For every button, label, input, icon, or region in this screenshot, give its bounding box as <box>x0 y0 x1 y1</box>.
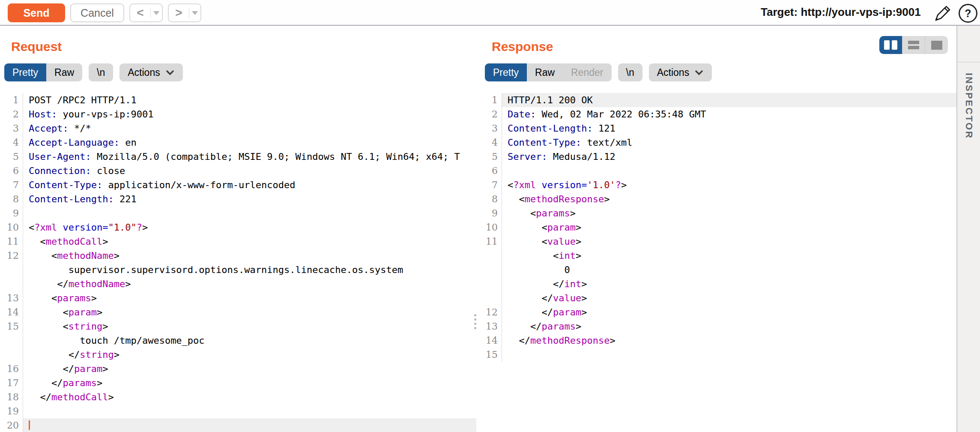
code-text[interactable]: </int> <box>502 277 956 291</box>
code-text[interactable]: Host: your-vps-ip:9001 <box>23 107 476 121</box>
code-line[interactable]: touch /tmp/awesome_poc <box>0 333 476 348</box>
code-text[interactable]: <param> <box>23 305 476 319</box>
code-text[interactable]: </value> <box>502 291 956 305</box>
code-line[interactable]: 13 </params> <box>481 319 956 333</box>
code-line[interactable]: 4Content-Type: text/xml <box>481 135 956 150</box>
code-text[interactable] <box>23 206 476 220</box>
code-line[interactable]: 12 </param> <box>481 305 956 319</box>
code-text[interactable]: </string> <box>23 348 476 362</box>
code-text[interactable]: <methodName> <box>23 249 476 263</box>
code-line[interactable]: 0 <box>481 263 956 277</box>
code-line[interactable]: 8Content-Length: 221 <box>0 192 476 206</box>
chevron-left-icon[interactable]: < <box>130 4 150 21</box>
tab-pretty[interactable]: Pretty <box>4 63 46 81</box>
code-text[interactable]: User-Agent: Mozilla/5.0 (compatible; MSI… <box>23 150 476 164</box>
code-line[interactable]: 7<?xml version='1.0'?> <box>481 178 956 192</box>
code-text[interactable]: Content-Length: 121 <box>502 121 956 135</box>
cancel-button[interactable]: Cancel <box>70 3 124 22</box>
send-button[interactable]: Send <box>8 3 65 22</box>
code-text[interactable] <box>502 348 956 362</box>
code-line[interactable]: 14 <param> <box>0 305 476 319</box>
code-line[interactable]: 6Connection: close <box>0 164 476 178</box>
help-icon[interactable]: ? <box>959 4 977 23</box>
code-text[interactable] <box>23 404 476 418</box>
history-forward-dropdown[interactable] <box>189 11 200 15</box>
code-line[interactable]: 15 <box>481 348 956 362</box>
code-line[interactable]: 16 </param> <box>0 362 476 376</box>
code-text[interactable]: Date: Wed, 02 Mar 2022 06:35:48 GMT <box>502 107 956 121</box>
tab-newline[interactable]: \n <box>89 63 113 81</box>
code-text[interactable]: <params> <box>23 291 476 305</box>
code-text[interactable]: </methodCall> <box>23 390 476 404</box>
actions-dropdown[interactable]: Actions <box>649 63 712 81</box>
code-text[interactable]: <int> <box>502 249 956 263</box>
tab-pretty[interactable]: Pretty <box>485 63 527 81</box>
two-rows-icon[interactable] <box>902 36 925 54</box>
code-line[interactable]: 1HTTP/1.1 200 OK <box>481 93 956 107</box>
code-line[interactable]: 3Content-Length: 121 <box>481 121 956 135</box>
request-editor[interactable]: 1POST /RPC2 HTTP/1.12Host: your-vps-ip:9… <box>0 93 476 432</box>
history-back-dropdown[interactable] <box>151 11 162 15</box>
code-text[interactable]: <param> <box>502 220 956 234</box>
code-line[interactable]: 3Accept: */* <box>0 121 476 135</box>
actions-dropdown[interactable]: Actions <box>120 63 182 81</box>
code-line[interactable]: 12 <methodName> <box>0 249 476 263</box>
code-line[interactable]: </string> <box>0 348 476 362</box>
code-text[interactable]: </methodName> <box>23 277 476 291</box>
code-text[interactable]: HTTP/1.1 200 OK <box>502 93 956 107</box>
code-line[interactable]: 13 <params> <box>0 291 476 305</box>
code-text[interactable] <box>502 164 956 178</box>
tab-newline[interactable]: \n <box>618 63 642 81</box>
code-line[interactable]: </value> <box>481 291 956 305</box>
code-line[interactable]: 11 <value> <box>481 234 956 249</box>
code-line[interactable]: 20 <box>0 418 476 432</box>
code-line[interactable]: 5Server: Medusa/1.12 <box>481 150 956 164</box>
code-text[interactable]: Connection: close <box>23 164 476 178</box>
code-text[interactable]: <params> <box>502 206 956 220</box>
code-text[interactable]: touch /tmp/awesome_poc <box>23 333 476 348</box>
code-line[interactable]: 17 </params> <box>0 376 476 390</box>
code-line[interactable]: 9 <params> <box>481 206 956 220</box>
code-text[interactable]: supervisor.supervisord.options.warnings.… <box>23 263 476 277</box>
chevron-right-icon[interactable]: > <box>169 4 189 21</box>
code-line[interactable]: 4Accept-Language: en <box>0 135 476 150</box>
code-line[interactable]: 8 <methodResponse> <box>481 192 956 206</box>
code-line[interactable]: 6 <box>481 164 956 178</box>
code-text[interactable]: <methodResponse> <box>502 192 956 206</box>
code-line[interactable]: 15 <string> <box>0 319 476 333</box>
tab-raw[interactable]: Raw <box>527 63 563 81</box>
code-text[interactable]: <methodCall> <box>23 234 476 249</box>
code-line[interactable]: 14 </methodResponse> <box>481 333 956 348</box>
code-text[interactable]: <?xml version='1.0'?> <box>502 178 956 192</box>
code-line[interactable]: 5User-Agent: Mozilla/5.0 (compatible; MS… <box>0 150 476 164</box>
tab-raw[interactable]: Raw <box>46 63 82 81</box>
code-line[interactable]: </methodName> <box>0 277 476 291</box>
code-text[interactable]: <string> <box>23 319 476 333</box>
inspector-collapse-button[interactable] <box>957 26 980 63</box>
code-text[interactable]: </param> <box>502 305 956 319</box>
code-text[interactable] <box>23 418 476 432</box>
code-line[interactable]: 19 <box>0 404 476 418</box>
code-line[interactable]: 2Host: your-vps-ip:9001 <box>0 107 476 121</box>
code-text[interactable]: Content-Length: 221 <box>23 192 476 206</box>
response-editor[interactable]: 1HTTP/1.1 200 OK2Date: Wed, 02 Mar 2022 … <box>481 93 956 362</box>
code-line[interactable]: </int> <box>481 277 956 291</box>
code-line[interactable]: 10 <param> <box>481 220 956 234</box>
code-text[interactable]: </params> <box>502 319 956 333</box>
code-line[interactable]: supervisor.supervisord.options.warnings.… <box>0 263 476 277</box>
code-line[interactable]: 18 </methodCall> <box>0 390 476 404</box>
panel-splitter-handle[interactable] <box>474 314 476 329</box>
code-text[interactable]: <value> <box>502 234 956 249</box>
code-line[interactable]: 1POST /RPC2 HTTP/1.1 <box>0 93 476 107</box>
code-text[interactable]: 0 <box>502 263 956 277</box>
code-text[interactable]: </params> <box>23 376 476 390</box>
pencil-icon[interactable] <box>933 3 953 23</box>
code-line[interactable]: 2Date: Wed, 02 Mar 2022 06:35:48 GMT <box>481 107 956 121</box>
code-text[interactable]: <?xml version="1.0"?> <box>23 220 476 234</box>
history-forward-group[interactable]: > <box>168 3 201 22</box>
code-text[interactable]: Server: Medusa/1.12 <box>502 150 956 164</box>
code-text[interactable]: Content-Type: application/x-www-form-url… <box>23 178 476 192</box>
code-text[interactable]: POST /RPC2 HTTP/1.1 <box>23 93 476 107</box>
code-text[interactable]: </param> <box>23 362 476 376</box>
code-line[interactable]: 9 <box>0 206 476 220</box>
